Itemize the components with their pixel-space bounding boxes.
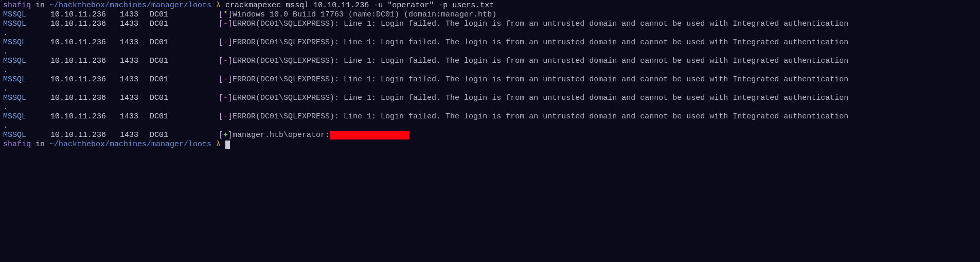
bracket-close: ] (228, 10, 233, 20)
bracket-close: ] (228, 57, 233, 66)
col-ip: 10.10.11.236 (50, 57, 120, 66)
col-ip: 10.10.11.236 (50, 38, 120, 47)
redacted-password (330, 131, 409, 139)
bracket-close: ] (228, 94, 233, 103)
bracket-close: ] (228, 38, 233, 47)
col-protocol: MSSQL (3, 112, 50, 121)
col-protocol: MSSQL (3, 94, 50, 103)
minus-icon: - (223, 94, 228, 103)
bracket-close: ] (228, 131, 233, 140)
col-port: 1433 (120, 131, 150, 140)
header-info: Windows 10.0 Build 17763 (name:DC01) (do… (233, 10, 496, 20)
continuation-dot: . (3, 29, 8, 38)
prompt-in: in (31, 140, 49, 149)
col-ip: 10.10.11.236 (50, 10, 120, 20)
output-error-row: MSSQL10.10.11.2361433DC01[-] ERROR(DC01\… (3, 94, 977, 103)
success-message: manager.htb\operator: (233, 131, 330, 140)
star-icon: * (223, 10, 228, 20)
cursor-icon (225, 141, 230, 149)
continuation-dot: . (3, 84, 8, 93)
col-port: 1433 (120, 10, 150, 20)
prompt-lambda: λ (211, 1, 225, 10)
bracket-open: [ (219, 10, 223, 20)
col-port: 1433 (120, 20, 150, 29)
prompt-path: ~/hackthebox/machines/manager/loots (49, 1, 211, 10)
error-message: ERROR(DC01\SQLEXPRESS): Line 1: Login fa… (233, 94, 848, 103)
col-host: DC01 (150, 10, 219, 20)
col-host: DC01 (150, 94, 219, 103)
prompt-line-1[interactable]: shafiq in ~/hackthebox/machines/manager/… (3, 1, 977, 10)
col-ip: 10.10.11.236 (50, 94, 120, 103)
bracket-open: [ (219, 38, 223, 47)
bracket-open: [ (219, 112, 223, 121)
output-error-row: MSSQL10.10.11.2361433DC01[-] ERROR(DC01\… (3, 75, 977, 84)
col-ip: 10.10.11.236 (50, 75, 120, 84)
prompt-line-2[interactable]: shafiq in ~/hackthebox/machines/manager/… (3, 140, 977, 149)
error-message: ERROR(DC01\SQLEXPRESS): Line 1: Login fa… (233, 38, 848, 47)
bracket-open: [ (219, 131, 223, 140)
prompt-path: ~/hackthebox/machines/manager/loots (49, 140, 211, 149)
prompt-lambda: λ (211, 140, 225, 149)
error-message: ERROR(DC01\SQLEXPRESS): Line 1: Login fa… (233, 57, 848, 66)
col-protocol: MSSQL (3, 38, 50, 47)
col-port: 1433 (120, 38, 150, 47)
col-protocol: MSSQL (3, 20, 50, 29)
prompt-in: in (31, 1, 49, 10)
bracket-open: [ (219, 75, 223, 84)
command-text: crackmapexec mssql 10.10.11.236 -u "oper… (225, 1, 452, 10)
col-port: 1433 (120, 57, 150, 66)
minus-icon: - (223, 20, 228, 29)
minus-icon: - (223, 112, 228, 121)
col-host: DC01 (150, 131, 219, 140)
minus-icon: - (223, 75, 228, 84)
continuation-dot: . (3, 121, 8, 130)
output-success-row: MSSQL10.10.11.2361433DC01[+] manager.htb… (3, 131, 977, 140)
bracket-close: ] (228, 75, 233, 84)
bracket-close: ] (228, 112, 233, 121)
output-header-row: MSSQL10.10.11.2361433DC01[*] Windows 10.… (3, 10, 977, 20)
continuation-dot: . (3, 103, 8, 112)
error-message: ERROR(DC01\SQLEXPRESS): Line 1: Login fa… (233, 20, 848, 29)
plus-icon: + (223, 131, 228, 140)
col-ip: 10.10.11.236 (50, 112, 120, 121)
col-host: DC01 (150, 75, 219, 84)
bracket-close: ] (228, 20, 233, 29)
col-protocol: MSSQL (3, 75, 50, 84)
col-protocol: MSSQL (3, 10, 50, 20)
col-ip: 10.10.11.236 (50, 131, 120, 140)
col-protocol: MSSQL (3, 57, 50, 66)
error-message: ERROR(DC01\SQLEXPRESS): Line 1: Login fa… (233, 75, 848, 84)
bracket-open: [ (219, 20, 223, 29)
prompt-user: shafiq (3, 1, 31, 10)
continuation-dot: . (3, 66, 8, 75)
col-host: DC01 (150, 57, 219, 66)
col-protocol: MSSQL (3, 131, 50, 140)
col-port: 1433 (120, 75, 150, 84)
minus-icon: - (223, 57, 228, 66)
bracket-open: [ (219, 57, 223, 66)
bracket-open: [ (219, 94, 223, 103)
col-port: 1433 (120, 94, 150, 103)
col-host: DC01 (150, 38, 219, 47)
prompt-user: shafiq (3, 140, 31, 149)
col-host: DC01 (150, 112, 219, 121)
continuation-dot: . (3, 47, 8, 56)
minus-icon: - (223, 38, 228, 47)
output-error-row: MSSQL10.10.11.2361433DC01[-] ERROR(DC01\… (3, 20, 977, 29)
output-error-row: MSSQL10.10.11.2361433DC01[-] ERROR(DC01\… (3, 112, 977, 121)
col-ip: 10.10.11.236 (50, 20, 120, 29)
output-error-row: MSSQL10.10.11.2361433DC01[-] ERROR(DC01\… (3, 57, 977, 66)
error-message: ERROR(DC01\SQLEXPRESS): Line 1: Login fa… (233, 112, 848, 121)
col-host: DC01 (150, 20, 219, 29)
command-arg-file: users.txt (452, 1, 494, 10)
output-error-row: MSSQL10.10.11.2361433DC01[-] ERROR(DC01\… (3, 38, 977, 47)
col-port: 1433 (120, 112, 150, 121)
